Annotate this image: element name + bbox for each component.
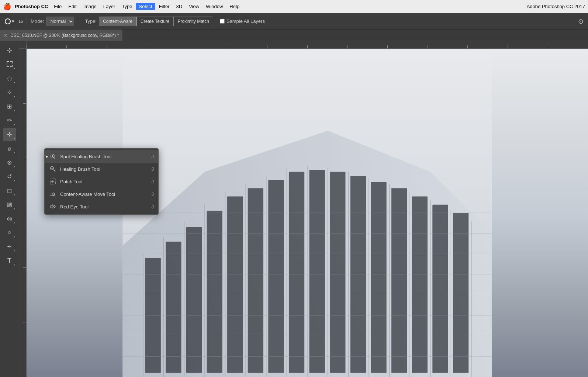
healing-arrow: ▸ xyxy=(14,137,15,140)
ruler-left: 8509009501000105011001150 xyxy=(19,49,27,377)
tool-move[interactable]: ⊹ xyxy=(3,44,16,57)
healing-brush-label: Healing Brush Tool xyxy=(60,166,148,172)
spot-healing-shortcut: J xyxy=(152,154,154,159)
clone-arrow: ▸ xyxy=(14,165,15,168)
menu-help[interactable]: Help xyxy=(226,3,242,10)
context-menu-item-spot-healing[interactable]: Spot Healing Brush Tool J xyxy=(45,150,158,163)
left-toolbar: ⊹ ▸ ◌ ▸ ✧ ▸ ⊞ ▸ ✏ ▸ ✛ ▸ ⌀ ▸ ⊗ xyxy=(0,41,19,377)
menu-layer[interactable]: Layer xyxy=(100,3,118,10)
pen-arrow: ▸ xyxy=(14,249,15,252)
svg-line-47 xyxy=(53,170,55,172)
main-area: ⊹ ▸ ◌ ▸ ✧ ▸ ⊞ ▸ ✏ ▸ ✛ ▸ ⌀ ▸ ⊗ xyxy=(0,41,588,377)
type-label: Type: xyxy=(85,18,97,24)
brush-preview xyxy=(5,18,11,24)
dodge-icon: ○ xyxy=(8,229,11,236)
sample-all-layers-checkbox[interactable] xyxy=(220,19,225,24)
text-icon: T xyxy=(7,257,11,264)
brush-preset-picker[interactable]: ▾ xyxy=(3,17,16,25)
healing-brush-ctx-icon xyxy=(49,165,56,173)
menu-image[interactable]: Image xyxy=(80,3,100,10)
tool-blur[interactable]: ◎ ▸ xyxy=(3,212,16,225)
content-aware-move-icon xyxy=(49,190,56,198)
svg-rect-34 xyxy=(453,213,468,373)
svg-line-44 xyxy=(54,158,55,159)
tool-dodge[interactable]: ○ ▸ xyxy=(3,226,16,239)
healing-brush-shortcut: J xyxy=(152,166,154,172)
svg-rect-23 xyxy=(227,197,243,373)
gradient-arrow: ▸ xyxy=(14,207,15,210)
dodge-arrow: ▸ xyxy=(14,235,15,238)
patch-label: Patch Tool xyxy=(60,179,148,184)
menu-edit[interactable]: Edit xyxy=(65,3,79,10)
target-icon[interactable]: ⊙ xyxy=(577,16,585,27)
blur-icon: ◎ xyxy=(7,215,12,222)
type-content-aware[interactable]: Content-Aware xyxy=(99,17,136,26)
tool-pen[interactable]: ✒ ▸ xyxy=(3,240,16,253)
menu-window[interactable]: Window xyxy=(203,3,226,10)
menubar: 🍎 Photoshop CC File Edit Image Layer Typ… xyxy=(0,0,588,13)
ruler-corner xyxy=(19,41,27,49)
sample-all-layers-text: Sample All Layers xyxy=(226,18,265,24)
svg-rect-20 xyxy=(166,242,181,373)
crop-icon: ⊞ xyxy=(7,103,12,110)
context-menu-item-healing-brush[interactable]: Healing Brush Tool J xyxy=(45,163,158,175)
tool-clone-stamp[interactable]: ⊗ ▸ xyxy=(3,156,16,169)
svg-point-56 xyxy=(52,206,53,207)
brush-size-display: 15 xyxy=(18,19,23,24)
menu-select[interactable]: Select xyxy=(136,3,155,10)
document-tab[interactable]: ✕ DSC_6510.NEF @ 200% (Background copy, … xyxy=(0,30,123,41)
document-tabs: ✕ DSC_6510.NEF @ 200% (Background copy, … xyxy=(0,30,588,41)
tool-crop[interactable]: ⊞ ▸ xyxy=(3,100,16,113)
red-eye-label: Red Eye Tool xyxy=(60,204,148,210)
tab-close-button[interactable]: ✕ xyxy=(4,33,7,38)
brush-arrow: ▸ xyxy=(14,151,15,154)
eraser-arrow: ▸ xyxy=(14,193,15,196)
crop-arrow: ▸ xyxy=(14,109,15,112)
svg-rect-25 xyxy=(268,180,284,373)
mode-select[interactable]: Normal xyxy=(46,17,74,26)
tool-marquee[interactable]: ▸ xyxy=(3,58,16,71)
context-menu-item-red-eye[interactable]: Red Eye Tool J xyxy=(45,200,158,213)
context-menu-item-content-aware-move[interactable]: Content-Aware Move Tool J xyxy=(45,188,158,200)
eraser-icon: ◻ xyxy=(7,187,12,194)
tool-text[interactable]: T ▸ xyxy=(3,254,16,267)
lasso-arrow: ▸ xyxy=(14,81,15,84)
mode-label: Mode: xyxy=(31,18,44,24)
tool-history-brush[interactable]: ↺ ▸ xyxy=(3,170,16,183)
menu-file[interactable]: File xyxy=(51,3,65,10)
marquee-icon xyxy=(7,61,13,67)
marquee-arrow: ▸ xyxy=(14,67,15,70)
blur-arrow: ▸ xyxy=(14,221,15,224)
svg-rect-27 xyxy=(309,170,325,373)
history-arrow: ▸ xyxy=(14,179,15,182)
sample-all-layers-label[interactable]: Sample All Layers xyxy=(220,18,265,24)
history-brush-icon: ↺ xyxy=(7,173,12,180)
magic-wand-arrow: ▸ xyxy=(14,95,15,98)
svg-rect-24 xyxy=(248,188,263,373)
pen-icon: ✒ xyxy=(7,243,12,250)
svg-rect-31 xyxy=(391,188,407,373)
type-create-texture[interactable]: Create Texture xyxy=(136,17,174,26)
tool-lasso[interactable]: ◌ ▸ xyxy=(3,72,16,85)
menu-view[interactable]: View xyxy=(186,3,202,10)
tool-magic-wand[interactable]: ✧ ▸ xyxy=(3,86,16,99)
move-icon: ⊹ xyxy=(7,46,12,54)
menu-filter[interactable]: Filter xyxy=(156,3,173,10)
menu-3d[interactable]: 3D xyxy=(173,3,186,10)
context-menu: Spot Healing Brush Tool J Healing Brush … xyxy=(44,148,159,215)
clone-stamp-icon: ⊗ xyxy=(7,159,12,166)
red-eye-icon xyxy=(49,203,56,210)
tool-eyedropper[interactable]: ✏ ▸ xyxy=(3,114,16,127)
tool-brush[interactable]: ⌀ ▸ xyxy=(3,142,16,155)
magic-wand-icon: ✧ xyxy=(7,89,12,96)
spot-healing-icon xyxy=(49,153,56,160)
ruler-top: 1500155016001650170017501800185019001950… xyxy=(27,41,588,49)
context-menu-item-patch[interactable]: Patch Tool J xyxy=(45,175,158,188)
content-aware-move-label: Content-Aware Move Tool xyxy=(60,191,148,197)
tool-gradient[interactable]: ▨ ▸ xyxy=(3,198,16,211)
apple-icon[interactable]: 🍎 xyxy=(3,3,11,11)
menu-type[interactable]: Type xyxy=(119,3,135,10)
tool-healing-brush[interactable]: ✛ ▸ xyxy=(3,128,16,141)
type-proximity-match[interactable]: Proximity Match xyxy=(174,17,213,26)
tool-eraser[interactable]: ◻ ▸ xyxy=(3,184,16,197)
